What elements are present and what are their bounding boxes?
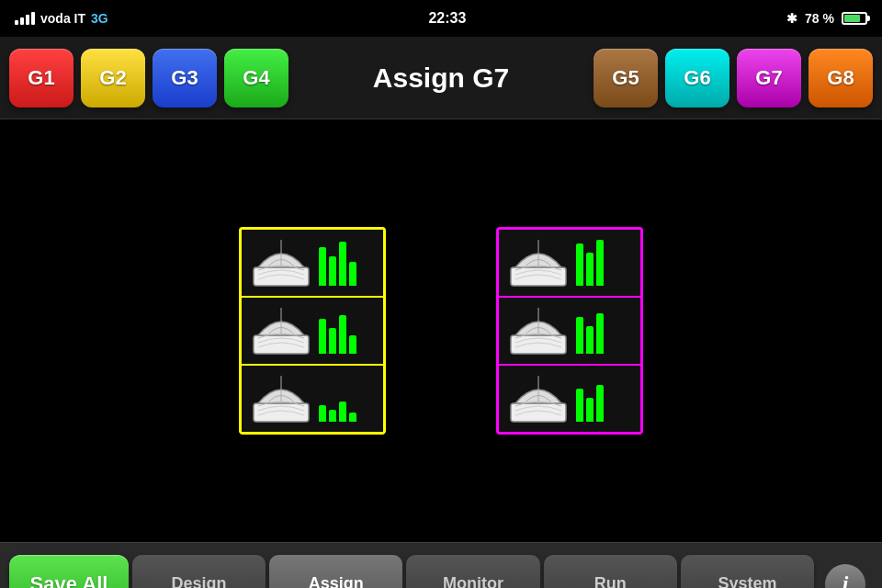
fixture-row [242,298,383,366]
group-button-g5[interactable]: G5 [594,49,658,107]
bar-chart [576,240,604,286]
bar-chart [319,240,356,286]
status-right: ✱ 78 % [786,11,867,26]
fixture-group-2[interactable] [496,227,643,435]
main-content [0,119,882,542]
header: G1 G2 G3 G4 Assign G7 G5 G6 G7 G8 [0,37,882,119]
fixture-row [499,366,640,432]
tab-run[interactable]: Run [544,555,677,589]
tab-design[interactable]: Design [132,555,266,589]
dome-icon [249,235,313,290]
tab-bar: Save All Design Assign Monitor Run Syste… [0,542,882,588]
fixture-row [242,366,383,432]
bar-chart [576,308,604,354]
group-button-g6[interactable]: G6 [665,49,729,107]
info-button[interactable]: i [818,557,873,589]
group-button-g4[interactable]: G4 [224,49,288,107]
battery-icon [842,12,867,25]
carrier-label: voda IT [40,11,85,26]
bar-chart [576,376,604,422]
dome-icon [506,371,571,426]
dome-icon [506,235,571,290]
fixture-group-1[interactable] [239,227,386,435]
dome-icon [506,303,571,358]
fixture-row [499,298,640,366]
save-all-button[interactable]: Save All [9,555,129,589]
battery-percent: 78 % [805,11,834,26]
tab-assign[interactable]: Assign [269,555,402,589]
status-bar: voda IT 3G 22:33 ✱ 78 % [0,0,882,37]
status-left: voda IT 3G [15,11,108,26]
group-button-g7[interactable]: G7 [737,49,801,107]
signal-icon [15,12,35,25]
bluetooth-icon: ✱ [786,11,797,26]
bar-chart [319,308,356,354]
dome-icon [249,371,313,426]
header-title: Assign G7 [296,62,586,94]
info-icon: i [825,564,865,589]
group-button-g3[interactable]: G3 [153,49,217,107]
bar-chart [319,376,356,422]
tab-monitor[interactable]: Monitor [406,555,539,589]
tab-system[interactable]: System [681,555,814,589]
group-button-g1[interactable]: G1 [9,49,74,107]
dome-icon [249,303,313,358]
group-button-g2[interactable]: G2 [81,49,145,107]
fixture-row [242,230,383,298]
group-button-g8[interactable]: G8 [808,49,873,107]
network-label: 3G [91,11,108,26]
fixture-row [499,230,640,298]
time-display: 22:33 [428,10,466,27]
battery-fill [844,15,860,22]
